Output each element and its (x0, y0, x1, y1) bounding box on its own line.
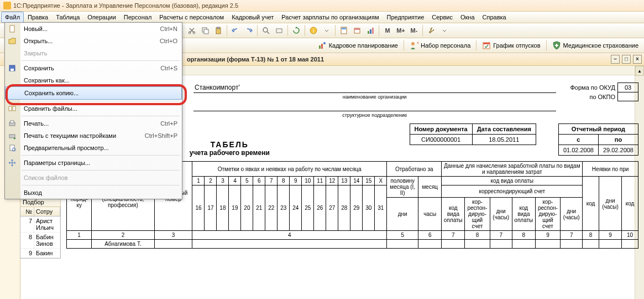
win-close-icon[interactable]: × (633, 55, 642, 64)
employee-row[interactable]: 8Бабин Зинов (20, 233, 60, 249)
tb-cut-icon[interactable] (186, 24, 198, 37)
menu-item-exit[interactable]: Выход (5, 187, 182, 199)
shield-plus-icon (552, 41, 561, 50)
svg-text:+: + (417, 41, 418, 46)
svg-rect-8 (276, 29, 282, 33)
tb-paste-icon[interactable] (212, 24, 224, 37)
win-maximize-icon[interactable]: □ (622, 55, 631, 64)
app-title: 1С:Предприятие - Зарплата и Управление П… (13, 0, 238, 11)
svg-rect-27 (11, 69, 14, 71)
link-planning[interactable]: Кадровое планирование (318, 41, 398, 50)
tb-replace-icon[interactable] (273, 24, 285, 37)
svg-text:i: i (313, 28, 314, 34)
menu-item-save-as[interactable]: Сохранить как... (5, 74, 182, 86)
tb-calc-icon[interactable] (338, 24, 350, 37)
window-title-bar: 1С:Предприятие - Зарплата и Управление П… (0, 0, 644, 12)
app-icon (3, 2, 11, 9)
svg-point-20 (323, 42, 326, 44)
tb-undo-icon[interactable] (229, 24, 242, 37)
svg-rect-24 (483, 43, 490, 44)
svg-rect-32 (9, 135, 15, 138)
win-minimize-icon[interactable]: – (611, 55, 620, 64)
tb-m-plus[interactable]: M+ (395, 24, 407, 37)
svg-rect-16 (370, 29, 371, 34)
employee-grid: № Сотру 7Арист Ильич 8Бабин Зинов 9Бакин (20, 207, 61, 259)
menu-personnel[interactable]: Персонал (120, 12, 156, 23)
tb-wrench-icon[interactable] (425, 24, 437, 37)
svg-rect-25 (10, 25, 14, 32)
svg-rect-29 (13, 106, 15, 111)
svg-point-21 (411, 42, 415, 45)
main-menu: Файл Правка Таблица Операции Персонал Ра… (0, 12, 644, 23)
menu-edit[interactable]: Правка (24, 12, 52, 23)
menu-salary[interactable]: Расчет зарплаты по организациям (278, 12, 383, 23)
menu-item-preview[interactable]: Предварительный просмотр... (5, 142, 182, 154)
menu-item-print[interactable]: Печать...Ctrl+P (5, 117, 182, 130)
menu-windows[interactable]: Окна (457, 12, 479, 23)
tb-refresh-icon[interactable] (290, 24, 302, 37)
tb-chart-icon[interactable] (364, 24, 376, 37)
menu-item-recent[interactable]: Список файлов (5, 172, 182, 184)
menu-item-open[interactable]: Открыть...Ctrl+O (5, 35, 182, 47)
open-folder-icon (8, 37, 17, 45)
scroll-up-icon[interactable]: ▲ (635, 66, 644, 76)
printer-icon (8, 119, 17, 128)
doc-meta-table: Номер документаДата составления СИ000000… (410, 123, 536, 145)
person-plus-icon: + (410, 41, 418, 50)
tb-copy-icon[interactable] (199, 24, 211, 37)
tb-m[interactable]: M (381, 24, 394, 37)
struct-caption: структурное подразделение (193, 112, 556, 118)
svg-rect-14 (354, 28, 360, 30)
menu-item-close[interactable]: Закрыть (5, 47, 182, 59)
compare-icon (8, 104, 17, 113)
tb-find-icon[interactable] (260, 24, 272, 37)
link-vacation[interactable]: График отпусков (482, 41, 540, 50)
org-caption: наименование организации (193, 94, 556, 100)
tb-dropdown-icon[interactable] (321, 24, 333, 37)
employee-row[interactable]: 9Бакин (20, 249, 60, 258)
chart-people-icon (318, 41, 327, 50)
svg-rect-17 (372, 28, 374, 34)
menu-item-compare[interactable]: Сравнить файлы... (5, 102, 182, 115)
tb-help-icon[interactable]: i (307, 24, 320, 37)
svg-line-7 (267, 32, 269, 34)
svg-rect-15 (368, 31, 369, 34)
menu-help[interactable]: Справка (479, 12, 510, 23)
menu-enterprise[interactable]: Предприятие (383, 12, 428, 23)
menu-item-page-setup[interactable]: Параметры страницы... (5, 157, 182, 169)
new-file-icon (8, 24, 17, 33)
tb-redo-icon[interactable] (243, 24, 255, 37)
link-recruit[interactable]: + Набор персонала (410, 41, 470, 50)
menu-file[interactable]: Файл (1, 12, 24, 23)
menu-table[interactable]: Таблица (52, 12, 83, 23)
printer-go-icon (8, 131, 17, 140)
svg-rect-18 (319, 45, 321, 49)
svg-rect-12 (342, 28, 346, 29)
svg-rect-28 (9, 106, 12, 111)
menu-item-new[interactable]: Новый...Ctrl+N (5, 23, 182, 35)
menu-item-save[interactable]: СохранитьCtrl+S (5, 62, 182, 74)
menu-personnel-calc[interactable]: Расчеты с персоналом (155, 12, 228, 23)
menu-operations[interactable]: Операции (83, 12, 119, 23)
tb-m-minus[interactable]: M- (408, 24, 420, 37)
org-name: Станкоимпорт' (193, 83, 556, 93)
link-med[interactable]: Медицинское страхование (552, 41, 638, 50)
svg-rect-19 (321, 44, 323, 49)
file-menu-dropdown: Новый...Ctrl+N Открыть...Ctrl+O Закрыть … (4, 22, 182, 199)
preview-icon (8, 143, 17, 152)
menu-item-print-current[interactable]: Печать с текущими настройкамиCtrl+Shift+… (5, 130, 182, 142)
menu-hr[interactable]: Кадровый учет (228, 12, 278, 23)
svg-point-6 (263, 28, 268, 32)
menu-service[interactable]: Сервис (428, 12, 457, 23)
menu-item-save-copy[interactable]: Сохранить копию... (5, 86, 182, 100)
tb-calendar-icon[interactable] (351, 24, 363, 37)
save-icon (8, 64, 17, 73)
svg-rect-31 (11, 121, 14, 123)
svg-rect-5 (217, 27, 219, 29)
calendar-check-icon (482, 41, 491, 50)
employee-row[interactable]: 7Арист Ильич (20, 216, 60, 233)
page-setup-icon (8, 158, 17, 167)
tb-dropdown2-icon[interactable] (438, 24, 451, 37)
svg-rect-3 (204, 29, 208, 34)
period-table: Отчетный период спо 01.02.200829.02.2008 (558, 123, 638, 156)
